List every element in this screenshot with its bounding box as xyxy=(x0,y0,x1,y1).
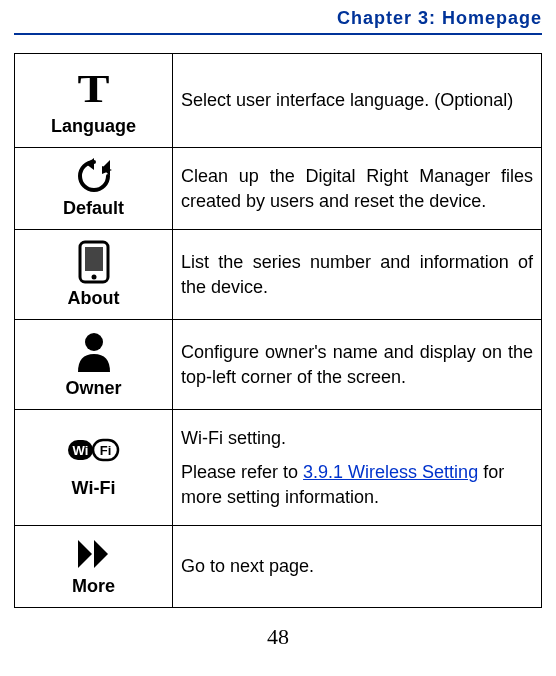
owner-icon xyxy=(74,330,114,374)
svg-point-4 xyxy=(85,333,103,351)
about-label: About xyxy=(68,288,120,309)
language-desc: Select user interface language. (Optiona… xyxy=(173,54,542,148)
table-row: T Language Select user interface languag… xyxy=(15,54,542,148)
table-row: Default Clean up the Digital Right Manag… xyxy=(15,148,542,230)
about-icon xyxy=(76,240,112,284)
table-row: Wi Fi Wi-Fi Wi-Fi setting. Please refer … xyxy=(15,410,542,526)
language-label: Language xyxy=(51,116,136,137)
features-table: T Language Select user interface languag… xyxy=(14,53,542,608)
wifi-label: Wi-Fi xyxy=(72,478,116,499)
wifi-desc-line2: Please refer to 3.9.1 Wireless Setting f… xyxy=(181,460,533,509)
svg-text:Fi: Fi xyxy=(99,443,111,458)
language-icon: T xyxy=(77,68,109,109)
owner-label: Owner xyxy=(65,378,121,399)
wifi-desc-line1: Wi-Fi setting. xyxy=(181,426,533,450)
default-label: Default xyxy=(63,198,124,219)
more-icon xyxy=(72,536,116,572)
svg-text:Wi: Wi xyxy=(72,443,88,458)
wifi-icon: Wi Fi xyxy=(66,436,122,464)
chapter-header: Chapter 3: Homepage xyxy=(14,8,542,35)
owner-desc: Configure owner's name and display on th… xyxy=(173,320,542,410)
svg-marker-9 xyxy=(78,540,92,568)
wireless-setting-link[interactable]: 3.9.1 Wireless Setting xyxy=(303,462,478,482)
more-label: More xyxy=(72,576,115,597)
svg-rect-2 xyxy=(85,247,103,271)
svg-marker-10 xyxy=(94,540,108,568)
table-row: More Go to next page. xyxy=(15,526,542,608)
table-row: Owner Configure owner's name and display… xyxy=(15,320,542,410)
default-icon xyxy=(72,158,116,194)
page-number: 48 xyxy=(14,624,542,650)
about-desc: List the series number and information o… xyxy=(173,230,542,320)
table-row: About List the series number and informa… xyxy=(15,230,542,320)
more-desc: Go to next page. xyxy=(173,526,542,608)
default-desc: Clean up the Digital Right Manager files… xyxy=(173,148,542,230)
wifi-desc: Wi-Fi setting. Please refer to 3.9.1 Wir… xyxy=(173,410,542,526)
svg-point-3 xyxy=(91,275,96,280)
